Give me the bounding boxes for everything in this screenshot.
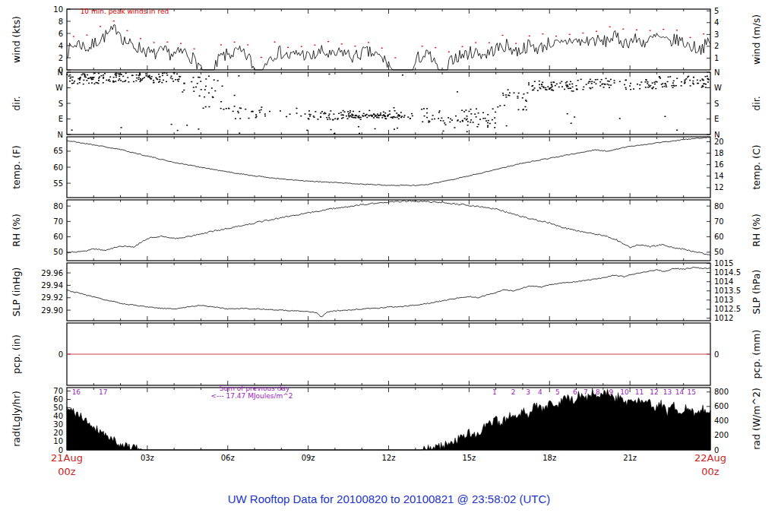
slp-trace [67, 268, 710, 317]
rad-sum-marker: 7 [584, 388, 588, 396]
wind-peak-dot [247, 44, 248, 45]
panel-temp: 5560651214161820temp. (F)temp. (C) [11, 137, 762, 198]
wind-ytick-left: 4 [59, 42, 63, 50]
chart-title: UW Rooftop Data for 20100820 to 20100821… [0, 492, 778, 505]
rad-sum-marker: 3 [526, 388, 530, 396]
rad-sum-marker: 5 [555, 388, 560, 396]
rh-ytick-right: 50 [714, 248, 724, 256]
temp-axis-label-right: temp. (C) [751, 144, 762, 189]
rad-ytick-right: 600 [714, 402, 729, 410]
x-tick-label: 12z [382, 454, 396, 462]
wind-ytick-right: 2 [714, 42, 719, 50]
dir-ytick-right: W [714, 84, 722, 92]
panel-rad: 0102030405060700200400600800rad(Lgly/hr)… [11, 385, 762, 454]
rad-sum-marker: 11 [635, 388, 644, 396]
wind-peak-dot [529, 36, 530, 36]
wind-peak-dot [475, 42, 476, 43]
rh-ytick-left: 50 [53, 248, 63, 256]
slp-axis-label-right: SLP (hPa) [751, 270, 762, 315]
rad-sum-marker: 9 [609, 388, 614, 396]
rad-sum-marker: 10 [620, 388, 629, 396]
dir-ytick-left: E [59, 115, 63, 123]
rad-sum-marker: 17 [99, 388, 107, 396]
meteogram-chart: 024681012345wind (kts)wind (m/s)10 min. … [0, 0, 778, 532]
slp-ytick-right: 1013.5 [714, 287, 741, 295]
wind-ytick-right: 1 [714, 54, 719, 62]
start-date-label: 21Aug [51, 452, 83, 464]
rad-ytick-right: 800 [714, 388, 729, 396]
wind-ytick-right: 5 [714, 7, 719, 15]
rh-ytick-left: 80 [53, 202, 63, 211]
rh-ytick-right: 80 [714, 202, 724, 211]
end-time-label: 00z [701, 466, 719, 477]
wind-peak-dot [327, 41, 329, 42]
slp-axis-label-left: SLP (inHg) [11, 268, 22, 317]
wind-trace [67, 25, 710, 70]
slp-ytick-right: 1014.5 [714, 268, 741, 277]
dir-ytick-right: N [714, 68, 719, 77]
dir-scatter [66, 72, 709, 135]
wind-peak-dot [489, 43, 490, 43]
wind-peak-dot [261, 57, 262, 58]
x-tick-label: 21z [623, 454, 637, 462]
rad-axis-label-left: rad(Lgly/hr) [11, 391, 22, 447]
rad-sum-marker: 6 [573, 388, 577, 396]
rad-sum-marker: 16 [72, 388, 81, 396]
wind-ytick-left: 8 [59, 17, 63, 26]
wind-peak-dot [596, 31, 597, 32]
slp-ytick-right: 1014 [714, 277, 733, 286]
dir-ytick-left: N [58, 68, 63, 77]
wind-peak-dot [354, 46, 356, 46]
rad-ytick-right: 200 [714, 431, 729, 439]
slp-ytick-right: 1015 [714, 259, 733, 268]
x-tick-label: 15z [462, 454, 476, 462]
wind-peak-dot [180, 43, 182, 44]
slp-ytick-left: 29.92 [41, 293, 63, 302]
slp-ytick-right: 1012.5 [714, 305, 741, 313]
temp-ytick-left: 60 [53, 163, 63, 172]
temp-ytick-right: 18 [714, 149, 724, 157]
temp-trace [67, 138, 710, 186]
panel-rh: 5060708050607080RH (%)RH (%) [11, 200, 762, 261]
dir-ytick-left: N [58, 131, 63, 139]
slp-ytick-left: 29.94 [41, 281, 63, 290]
rad-sum-marker: 12 [650, 388, 658, 396]
wind-peak-dot [314, 45, 315, 46]
dir-ytick-left: W [55, 84, 63, 92]
rad-sum-marker: 4 [538, 388, 542, 396]
temp-ytick-left: 55 [53, 179, 63, 188]
slp-ytick-left: 29.90 [41, 306, 63, 315]
rad-ytick-left: 70 [53, 387, 63, 395]
rh-ytick-left: 60 [53, 233, 63, 241]
rh-ytick-right: 60 [714, 233, 724, 241]
rad-ytick-left: 20 [53, 429, 63, 437]
wind-ytick-right: 3 [714, 30, 719, 39]
wind-peak-dot [703, 33, 704, 34]
x-tick-label: 18z [542, 454, 556, 462]
temp-ytick-right: 16 [714, 160, 724, 169]
start-time-label: 00z [58, 466, 76, 477]
wind-peak-dot [422, 46, 423, 46]
rad-ytick-left: 30 [53, 420, 63, 429]
panel-dir: NESWNNESWNdir.dir. [11, 68, 762, 139]
wind-peak-dot [301, 46, 302, 47]
wind-peak-dot [690, 37, 691, 38]
wind-peak-dot [153, 42, 155, 43]
dir-axis-label-right: dir. [751, 96, 762, 110]
wind-peak-dot [140, 38, 141, 39]
x-axis: 03z06z09z12z15z18z21z21Aug00z22Aug00z [51, 452, 726, 477]
wind-peak-dot [462, 46, 463, 47]
wind-peak-dot [126, 30, 128, 31]
rad-ytick-left: 10 [53, 437, 63, 445]
rad-sum-marker: 13 [663, 388, 672, 396]
dir-ytick-left: S [59, 100, 63, 108]
wind-peak-dot [341, 43, 343, 44]
rad-ytick-right: 400 [714, 416, 729, 425]
x-tick-label: 06z [221, 454, 235, 462]
wind-peak-dot [381, 48, 383, 49]
wind-peak-dot [435, 47, 436, 48]
end-date-label: 22Aug [694, 452, 726, 464]
wind-peak-dot [448, 52, 450, 52]
wind-peak-dot [86, 34, 87, 35]
pcp-ytick-right: 0 [714, 350, 719, 359]
